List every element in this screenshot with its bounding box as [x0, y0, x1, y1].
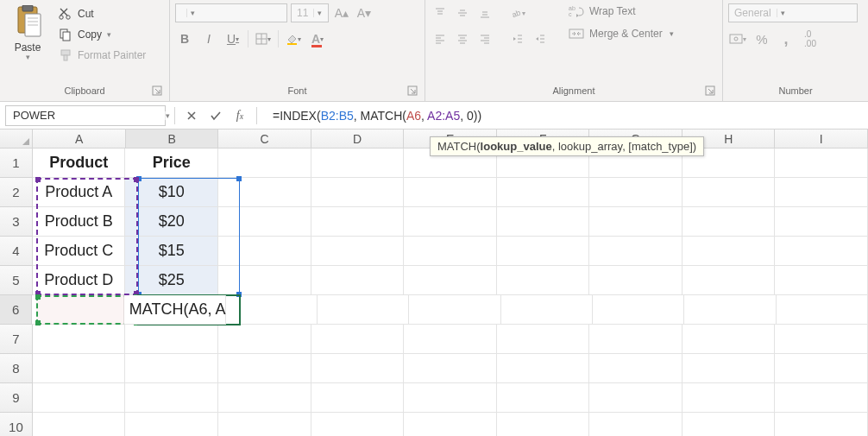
cell[interactable] — [589, 325, 682, 354]
align-middle-button[interactable] — [453, 3, 472, 22]
cell[interactable] — [497, 207, 590, 237]
cell[interactable] — [404, 354, 497, 383]
cell[interactable] — [682, 413, 776, 436]
cell[interactable] — [775, 413, 868, 436]
cell[interactable] — [501, 295, 593, 325]
cell[interactable] — [311, 148, 405, 178]
col-header[interactable]: D — [311, 130, 405, 148]
cell[interactable]: Price — [125, 148, 218, 178]
cell[interactable]: Product A — [33, 178, 126, 207]
cell[interactable] — [218, 354, 311, 383]
merge-center-button[interactable]: Merge & Center ▾ — [567, 26, 676, 41]
cell[interactable] — [218, 178, 311, 207]
cell[interactable]: $15 — [125, 237, 218, 266]
cell[interactable]: Product — [33, 148, 126, 178]
cell[interactable] — [33, 413, 126, 436]
cell[interactable] — [589, 178, 682, 207]
cell[interactable] — [497, 383, 590, 413]
cell[interactable] — [589, 266, 682, 295]
cell[interactable] — [682, 325, 776, 354]
align-right-button[interactable] — [475, 29, 494, 48]
comma-button[interactable]: , — [777, 29, 796, 48]
name-box-input[interactable] — [6, 109, 165, 122]
cell[interactable] — [404, 207, 497, 237]
row-header[interactable]: 4 — [0, 237, 33, 266]
cell[interactable] — [218, 383, 311, 413]
cell[interactable] — [32, 295, 123, 325]
cell[interactable] — [589, 237, 682, 266]
increase-indent-button[interactable] — [531, 29, 550, 48]
cell[interactable] — [409, 295, 500, 325]
cell[interactable] — [775, 354, 868, 383]
cell[interactable]: $25 — [125, 266, 218, 295]
dialog-launcher-icon[interactable] — [407, 85, 419, 98]
cell[interactable] — [404, 383, 497, 413]
row-header[interactable]: 1 — [0, 148, 33, 178]
cell[interactable] — [33, 354, 126, 383]
cell[interactable] — [311, 207, 405, 237]
cell[interactable] — [125, 413, 218, 436]
decrease-indent-button[interactable] — [508, 29, 527, 48]
select-all-corner[interactable] — [0, 130, 33, 148]
cell[interactable] — [218, 207, 311, 237]
increase-decimal-button[interactable]: .0.00 — [801, 29, 820, 48]
cell[interactable] — [589, 413, 682, 436]
percent-button[interactable]: % — [752, 29, 771, 48]
enter-formula-button[interactable] — [208, 108, 223, 123]
row-header[interactable]: 2 — [0, 178, 33, 207]
cell[interactable] — [404, 237, 497, 266]
cell[interactable] — [682, 237, 776, 266]
spreadsheet-grid[interactable]: A B C D E F G H I 1 Product Price 2 Prod… — [0, 130, 868, 436]
cell[interactable] — [404, 413, 497, 436]
cancel-formula-button[interactable] — [184, 108, 199, 123]
dialog-launcher-icon[interactable] — [152, 85, 164, 98]
cell[interactable] — [33, 383, 126, 413]
cell[interactable] — [589, 354, 682, 383]
bold-button[interactable]: B — [175, 29, 194, 48]
font-name-combo[interactable]: ▾ — [175, 3, 287, 22]
number-format-combo[interactable]: General ▾ — [728, 3, 858, 22]
align-top-button[interactable] — [431, 3, 450, 22]
cell[interactable] — [311, 325, 405, 354]
row-header[interactable]: 8 — [0, 354, 33, 383]
cell[interactable] — [497, 237, 590, 266]
align-center-button[interactable] — [453, 29, 472, 48]
cell[interactable] — [218, 413, 311, 436]
cell[interactable] — [318, 295, 409, 325]
cell[interactable] — [311, 266, 405, 295]
align-left-button[interactable] — [431, 29, 450, 48]
cell[interactable] — [125, 354, 218, 383]
chevron-down-icon[interactable]: ▾ — [107, 30, 111, 39]
cell[interactable] — [593, 295, 684, 325]
cell[interactable] — [33, 325, 126, 354]
fill-color-button[interactable]: ▾ — [284, 29, 303, 48]
cell[interactable]: $20 — [125, 207, 218, 237]
cut-button[interactable]: Cut — [55, 5, 149, 22]
cell[interactable] — [404, 178, 497, 207]
copy-button[interactable]: Copy ▾ — [55, 26, 149, 43]
formula-input[interactable]: =INDEX(B2:B5, MATCH(A6, A2:A5, 0)) — [266, 109, 863, 123]
row-header[interactable]: 7 — [0, 325, 33, 354]
cell[interactable] — [311, 413, 405, 436]
cell[interactable] — [125, 325, 218, 354]
cell[interactable] — [497, 266, 590, 295]
cell[interactable] — [775, 325, 868, 354]
increase-font-button[interactable]: A▴ — [332, 3, 351, 22]
cell[interactable] — [404, 325, 497, 354]
row-header[interactable]: 3 — [0, 207, 33, 237]
row-header[interactable]: 5 — [0, 266, 33, 295]
cell[interactable] — [226, 295, 318, 325]
cell-active-edit[interactable]: MATCH(A6, A — [124, 295, 226, 325]
cell[interactable] — [682, 354, 776, 383]
cell[interactable] — [311, 383, 405, 413]
col-header[interactable]: A — [33, 130, 126, 148]
font-size-combo[interactable]: 11 ▾ — [291, 3, 329, 22]
name-box[interactable]: ▾ — [5, 105, 166, 126]
decrease-font-button[interactable]: A▾ — [355, 3, 374, 22]
cell[interactable] — [218, 266, 311, 295]
cell[interactable] — [497, 354, 590, 383]
cell[interactable] — [311, 354, 405, 383]
cell[interactable] — [684, 295, 776, 325]
cell[interactable] — [775, 266, 868, 295]
cell[interactable] — [497, 413, 590, 436]
